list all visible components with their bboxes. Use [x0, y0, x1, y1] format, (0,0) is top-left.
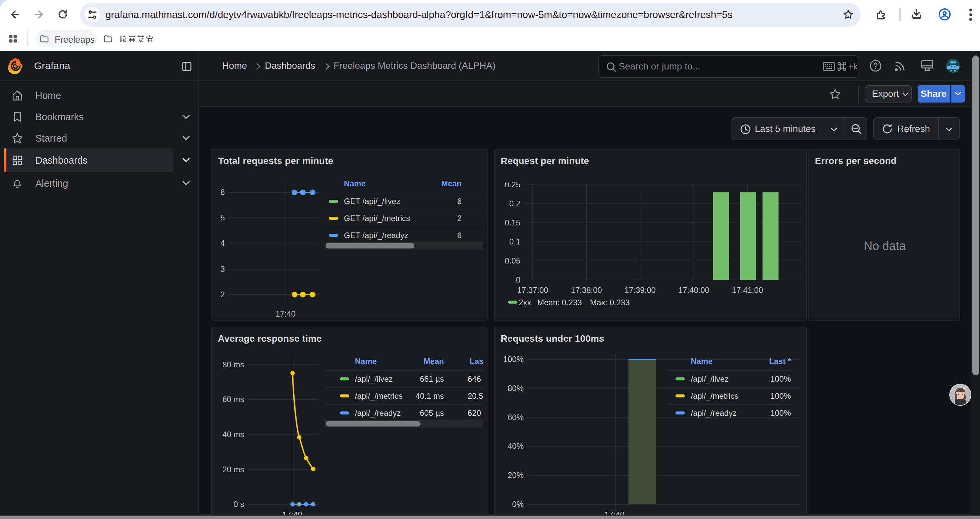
svg-text:60%: 60%: [508, 413, 524, 422]
svg-text:20%: 20%: [508, 471, 524, 480]
svg-text:60 ms: 60 ms: [223, 395, 244, 404]
svg-text:0%: 0%: [512, 500, 524, 509]
svg-text:80%: 80%: [508, 384, 524, 393]
svg-text:2: 2: [221, 290, 225, 299]
svg-text:4: 4: [221, 238, 225, 248]
svg-text:17:40:00: 17:40:00: [678, 286, 709, 295]
svg-text:80 ms: 80 ms: [223, 360, 244, 369]
svg-text:6: 6: [221, 188, 225, 197]
svg-text:0.25: 0.25: [505, 180, 520, 189]
svg-text:17:37:00: 17:37:00: [517, 286, 548, 295]
svg-text:5: 5: [221, 213, 225, 222]
svg-text:0.15: 0.15: [505, 218, 520, 227]
svg-text:0.05: 0.05: [505, 256, 520, 265]
svg-text:0.1: 0.1: [509, 237, 520, 246]
svg-text:100%: 100%: [503, 355, 524, 364]
svg-text:40 ms: 40 ms: [223, 430, 244, 439]
svg-text:17:40: 17:40: [275, 309, 296, 318]
svg-text:17:41:00: 17:41:00: [732, 286, 763, 295]
svg-text:17:38:00: 17:38:00: [571, 286, 602, 295]
svg-text:0.2: 0.2: [509, 199, 520, 208]
svg-text:20 ms: 20 ms: [223, 465, 244, 474]
svg-text:0: 0: [516, 275, 520, 284]
svg-text:0 s: 0 s: [234, 500, 244, 509]
svg-text:3: 3: [221, 265, 225, 273]
svg-text:17:39:00: 17:39:00: [624, 286, 655, 295]
svg-text:40%: 40%: [508, 442, 524, 450]
